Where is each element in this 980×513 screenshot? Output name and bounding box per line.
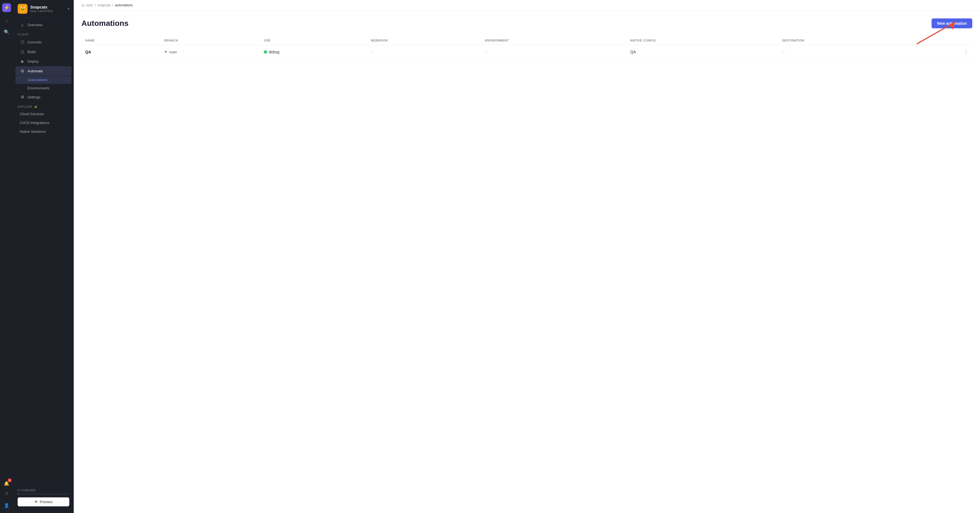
sidebar-item-label-build: Build [27, 50, 35, 54]
user-icon[interactable]: 👤 [2, 501, 11, 510]
commits-icon: ⬡ [20, 40, 25, 44]
row-name: QA [81, 45, 161, 59]
sidebar-item-automate[interactable]: ⊙ Automate [15, 66, 72, 76]
table-body: QA ⚑ main debug [81, 45, 972, 59]
row-job: debug [260, 45, 367, 59]
automations-table: NAME BRANCH JOB WEBHOOK ENVIRONMENT NATI… [81, 36, 972, 59]
breadcrumb-snapcats[interactable]: snapcats [97, 3, 111, 7]
deploy-icon: ◈ [20, 59, 25, 64]
icon-rail: ⚡ ⌂ 🔍 🔔 1 ? 👤 [0, 0, 13, 513]
sidebar-subitem-automations[interactable]: Automations [15, 76, 72, 84]
breadcrumb-sep-2: / [112, 3, 113, 7]
sidebar-item-label-settings: Settings [27, 95, 40, 99]
usage-bar-background [18, 494, 69, 495]
row-branch: ⚑ main [161, 45, 260, 59]
chevron-down-icon: ▾ [68, 7, 69, 11]
help-icon[interactable]: ? [2, 490, 11, 499]
sidebar-item-label-cicd: CI/CD Integrations [20, 121, 49, 125]
row-native-config: QA [627, 45, 778, 59]
explore-section-label: EXPLORE ✨ [13, 102, 74, 110]
breadcrumb: 🗂 ionic / snapcats / automations [74, 0, 980, 11]
sidebar-item-label-deploy: Deploy [27, 59, 38, 64]
col-name: NAME [81, 36, 161, 45]
col-destination: DESTINATION [778, 36, 914, 45]
sidebar-item-label-automate: Automate [27, 69, 43, 73]
page-title: Automations [81, 19, 129, 28]
usage-bar-fill [18, 494, 18, 495]
sidebar-item-build[interactable]: ◻ Build [15, 47, 72, 56]
branch-value: main [169, 50, 177, 54]
col-actions [914, 36, 972, 45]
sidebar-item-label-commits: Commits [27, 40, 41, 44]
preview-label: Preview [40, 500, 52, 504]
sidebar-subitem-label-automations: Automations [27, 78, 47, 82]
notification-badge: 1 [8, 478, 11, 482]
breadcrumb-sep-1: / [95, 3, 96, 7]
col-webhook: WEBHOOK [367, 36, 481, 45]
page-header: Automations New automation [81, 18, 972, 28]
home-nav-icon: ⌂ [20, 22, 25, 27]
breadcrumb-current: automations [115, 3, 133, 7]
app-sub: Ionic • a41075c0 [30, 10, 68, 13]
app-selector[interactable]: 🐱 Snapcats Ionic • a41075c0 ▾ [13, 0, 74, 18]
usage-label: 0 / 5,000,000 [18, 489, 69, 492]
row-more-button[interactable]: ⋮ [914, 45, 972, 59]
row-environment: -- [481, 45, 627, 59]
sidebar-item-overview[interactable]: ⌂ Overview [15, 20, 72, 29]
settings-icon: ⚙ [20, 95, 25, 100]
branch-icon: ⚑ [164, 50, 167, 54]
col-branch: BRANCH [161, 36, 260, 45]
job-status-dot [264, 50, 267, 54]
page-body: Automations New automation NAME BRANCH J… [74, 11, 980, 513]
sidebar-item-settings[interactable]: ⚙ Settings [15, 92, 72, 102]
col-native-config: NATIVE CONFIG [627, 36, 778, 45]
sidebar-item-deploy[interactable]: ◈ Deploy [15, 57, 72, 66]
build-icon: ◻ [20, 49, 25, 54]
breadcrumb-ionic[interactable]: ionic [86, 3, 93, 7]
sidebar-item-label-native-solutions: Native Solutions [20, 130, 46, 133]
job-value: debug [269, 50, 280, 54]
app-icon: 🐱 [18, 4, 27, 14]
main-content-area: 🗂 ionic / snapcats / automations Automat… [74, 0, 980, 513]
sidebar-subitem-label-environments: Environments [27, 86, 49, 90]
home-icon[interactable]: ⌂ [2, 16, 11, 25]
table-header: NAME BRANCH JOB WEBHOOK ENVIRONMENT NATI… [81, 36, 972, 45]
sparkle-icon: ✨ [34, 105, 37, 108]
sidebar-item-label-overview: Overview [27, 23, 42, 27]
sidebar-subitem-environments[interactable]: Environments [15, 84, 72, 92]
new-automation-button[interactable]: New automation [932, 18, 972, 28]
table-row[interactable]: QA ⚑ main debug [81, 45, 972, 59]
sidebar-item-label-cloud-services: Cloud Services [20, 112, 44, 116]
preview-icon: 👁 [34, 500, 38, 504]
sidebar-item-native-solutions[interactable]: Native Solutions [15, 127, 72, 136]
breadcrumb-icon: 🗂 [81, 3, 85, 7]
sidebar-item-cloud-services[interactable]: Cloud Services [15, 110, 72, 118]
col-job: JOB [260, 36, 367, 45]
preview-button[interactable]: 👁 Preview [18, 497, 69, 507]
automate-icon: ⊙ [20, 68, 25, 73]
sidebar: 🐱 Snapcats Ionic • a41075c0 ▾ ⌂ Overview… [13, 0, 74, 513]
sidebar-item-cicd[interactable]: CI/CD Integrations [15, 119, 72, 127]
logo-icon: ⚡ [2, 3, 11, 12]
search-icon[interactable]: 🔍 [2, 27, 11, 36]
sidebar-nav: ⌂ Overview CLOUD ⬡ Commits ◻ Build ◈ Dep… [13, 18, 74, 485]
sidebar-footer: 0 / 5,000,000 👁 Preview [13, 485, 74, 510]
row-destination: -- [778, 45, 914, 59]
cloud-section-label: CLOUD [13, 30, 74, 37]
sidebar-item-commits[interactable]: ⬡ Commits [15, 37, 72, 47]
app-name: Snapcats [30, 5, 68, 10]
row-webhook: -- [367, 45, 481, 59]
col-environment: ENVIRONMENT [481, 36, 627, 45]
